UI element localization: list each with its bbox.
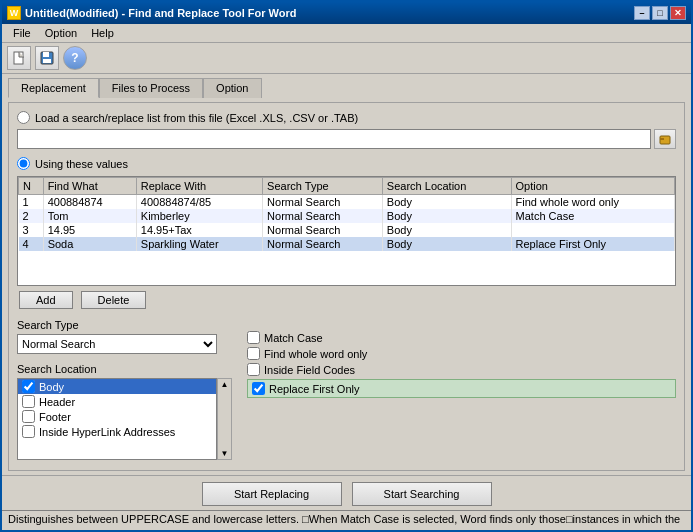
restore-button[interactable]: □	[652, 6, 668, 20]
using-values-label: Using these values	[35, 158, 128, 170]
using-values-radio[interactable]	[17, 157, 30, 170]
file-row	[17, 129, 676, 149]
table-cell-location: Body	[382, 237, 511, 251]
find-whole-word-row: Find whole word only	[247, 347, 676, 360]
search-location-label: Search Location	[17, 363, 237, 375]
match-case-row: Match Case	[247, 331, 676, 344]
close-button[interactable]: ✕	[670, 6, 686, 20]
save-button[interactable]	[35, 46, 59, 70]
search-type-label: Search Type	[17, 319, 237, 331]
col-option: Option	[511, 178, 674, 195]
table-cell-find: 400884874	[43, 195, 136, 210]
tab-bar: Replacement Files to Process Option	[2, 74, 691, 98]
minimize-button[interactable]: –	[634, 6, 650, 20]
table-cell-option: Find whole word only	[511, 195, 674, 210]
scroll-up-btn[interactable]: ▲	[218, 379, 231, 390]
table-cell-find: Soda	[43, 237, 136, 251]
browse-button[interactable]	[654, 129, 676, 149]
table-cell-replace: 14.95+Tax	[136, 223, 262, 237]
menu-help[interactable]: Help	[85, 26, 120, 40]
table-cell-search_type: Normal Search	[263, 195, 383, 210]
location-header-checkbox[interactable]	[22, 395, 35, 408]
replacement-table-container: N Find What Replace With Search Type Sea…	[17, 176, 676, 286]
table-cell-location: Body	[382, 209, 511, 223]
location-body-checkbox[interactable]	[22, 380, 35, 393]
table-row[interactable]: 1400884874400884874/85Normal SearchBodyF…	[19, 195, 675, 210]
lower-section: Search Type Normal Search Regular Expres…	[17, 315, 676, 460]
scroll-down-btn[interactable]: ▼	[218, 448, 231, 459]
location-hyperlink-checkbox[interactable]	[22, 425, 35, 438]
table-cell-search_type: Normal Search	[263, 209, 383, 223]
col-search-type: Search Type	[263, 178, 383, 195]
new-button[interactable]	[7, 46, 31, 70]
location-header-label: Header	[39, 396, 75, 408]
inside-field-codes-checkbox[interactable]	[247, 363, 260, 376]
window-title: Untitled(Modified) - Find and Replace To…	[25, 7, 297, 19]
location-item-body[interactable]: Body	[18, 379, 216, 394]
menu-option[interactable]: Option	[39, 26, 83, 40]
title-bar: W Untitled(Modified) - Find and Replace …	[2, 2, 691, 24]
bottom-buttons: Start Replacing Start Searching	[2, 475, 691, 510]
table-cell-search_type: Normal Search	[263, 223, 383, 237]
match-case-checkbox[interactable]	[247, 331, 260, 344]
table-cell-location: Body	[382, 223, 511, 237]
table-cell-n: 3	[19, 223, 44, 237]
load-file-label: Load a search/replace list from this fil…	[35, 112, 358, 124]
table-cell-find: Tom	[43, 209, 136, 223]
col-replace-with: Replace With	[136, 178, 262, 195]
main-content: Load a search/replace list from this fil…	[2, 98, 691, 475]
main-panel: Load a search/replace list from this fil…	[8, 102, 685, 471]
col-search-location: Search Location	[382, 178, 511, 195]
help-button[interactable]: ?	[63, 46, 87, 70]
table-row[interactable]: 2TomKimberleyNormal SearchBodyMatch Case	[19, 209, 675, 223]
left-lower: Search Type Normal Search Regular Expres…	[17, 315, 237, 460]
add-button[interactable]: Add	[19, 291, 73, 309]
table-row[interactable]: 314.9514.95+TaxNormal SearchBody	[19, 223, 675, 237]
using-values-row: Using these values	[17, 157, 676, 170]
table-cell-location: Body	[382, 195, 511, 210]
location-footer-checkbox[interactable]	[22, 410, 35, 423]
inside-field-codes-label: Inside Field Codes	[264, 364, 355, 376]
title-bar-left: W Untitled(Modified) - Find and Replace …	[7, 6, 297, 20]
svg-rect-3	[43, 59, 51, 63]
tab-files-to-process[interactable]: Files to Process	[99, 78, 203, 98]
table-cell-option: Replace First Only	[511, 237, 674, 251]
start-searching-button[interactable]: Start Searching	[352, 482, 492, 506]
inside-field-codes-row: Inside Field Codes	[247, 363, 676, 376]
table-cell-find: 14.95	[43, 223, 136, 237]
replace-first-only-label: Replace First Only	[269, 383, 359, 395]
location-item-header[interactable]: Header	[18, 394, 216, 409]
tab-option[interactable]: Option	[203, 78, 261, 98]
load-file-radio[interactable]	[17, 111, 30, 124]
replace-first-only-checkbox[interactable]	[252, 382, 265, 395]
status-bar: Distinguishes between UPPERCASE and lowe…	[2, 510, 691, 530]
location-with-scroll: Body Header Footer	[17, 378, 237, 460]
col-find-what: Find What	[43, 178, 136, 195]
search-type-select[interactable]: Normal Search Regular Expression Wildcar…	[17, 334, 217, 354]
location-scrollbar[interactable]: ▲ ▼	[217, 378, 232, 460]
search-location-list[interactable]: Body Header Footer	[17, 378, 217, 460]
table-cell-replace: Kimberley	[136, 209, 262, 223]
find-whole-word-label: Find whole word only	[264, 348, 367, 360]
tab-replacement[interactable]: Replacement	[8, 78, 99, 98]
location-footer-label: Footer	[39, 411, 71, 423]
menu-file[interactable]: File	[7, 26, 37, 40]
delete-button[interactable]: Delete	[81, 291, 147, 309]
table-cell-n: 1	[19, 195, 44, 210]
file-path-input[interactable]	[17, 129, 651, 149]
location-hyperlink-label: Inside HyperLink Addresses	[39, 426, 175, 438]
table-cell-replace: 400884874/85	[136, 195, 262, 210]
start-replacing-button[interactable]: Start Replacing	[202, 482, 342, 506]
add-delete-row: Add Delete	[17, 291, 676, 309]
table-cell-n: 2	[19, 209, 44, 223]
location-item-hyperlink[interactable]: Inside HyperLink Addresses	[18, 424, 216, 439]
table-row[interactable]: 4SodaSparkling WaterNormal SearchBodyRep…	[19, 237, 675, 251]
table-cell-n: 4	[19, 237, 44, 251]
app-icon: W	[7, 6, 21, 20]
main-window: W Untitled(Modified) - Find and Replace …	[0, 0, 693, 532]
location-item-footer[interactable]: Footer	[18, 409, 216, 424]
menu-bar: File Option Help	[2, 24, 691, 43]
find-whole-word-checkbox[interactable]	[247, 347, 260, 360]
col-n: N	[19, 178, 44, 195]
table-cell-search_type: Normal Search	[263, 237, 383, 251]
